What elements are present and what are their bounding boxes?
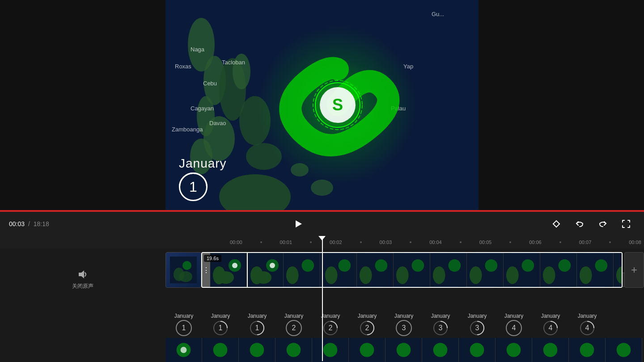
playhead-top [318,236,326,240]
ruler-dot-0 [260,241,262,243]
svg-point-44 [412,259,424,272]
left-panel [0,0,165,210]
tick-label-5: 00:05 [478,240,494,245]
ruler-dot-2 [360,241,362,243]
tl-month-8: January [468,313,487,319]
svg-point-47 [449,259,461,272]
play-icon [294,219,303,228]
hurricane-spiral: S [275,42,400,168]
play-button[interactable] [289,215,307,233]
svg-point-22 [182,261,191,270]
svg-point-46 [433,266,445,284]
svg-text:S: S [332,96,343,114]
thumb-9 [459,338,496,362]
svg-marker-16 [296,220,302,227]
tl-day-arc-11: 4 [579,320,595,336]
tl-day-arc-2: 1 [249,320,265,336]
clip-frame-9 [504,253,540,287]
hurricane-svg: S [275,42,400,168]
diamond-button[interactable] [547,215,565,233]
add-clip-button[interactable]: + [624,252,644,288]
total-time: 18:18 [34,220,49,227]
frame-map-2 [248,253,283,287]
tl-month-6: January [394,313,414,319]
svg-marker-18 [79,270,84,278]
tl-day-num-2: 1 [255,324,259,332]
tl-item-jan1-arc2: January 1 [239,313,275,336]
svg-point-50 [485,259,498,272]
svg-point-75 [213,343,228,357]
tick-label-0: 00:00 [228,240,244,245]
playhead-line [322,236,323,361]
label-naga: Naga [191,46,204,53]
ruler-dot-4 [460,241,462,243]
undo-button[interactable] [571,215,589,233]
svg-point-30 [255,271,271,284]
tl-item-jan4-arc2: January 4 [569,313,606,336]
tl-day-num-5: 2 [365,324,369,332]
fullscreen-icon [622,219,631,228]
thumb-6 [349,338,386,362]
thumb-8 [422,338,459,362]
clip-frame-12 [614,253,622,287]
tl-month-0: January [174,313,194,319]
tl-day-num-7: 3 [439,324,443,332]
fullscreen-button[interactable] [617,215,635,233]
clip-frame-10 [540,253,577,287]
clip-frame-7 [430,253,467,287]
svg-point-85 [397,343,411,357]
tl-day-num-8: 3 [475,324,479,332]
tl-day-num-4: 2 [329,324,333,332]
svg-point-49 [470,266,482,284]
clip-strip: 19.6s ⋮ [165,252,644,288]
label-tacloban: Tacloban [222,59,245,66]
controls-right [547,215,635,233]
svg-point-32 [270,263,275,268]
svg-point-55 [543,266,555,284]
tl-day-arc-8: 3 [469,320,485,336]
label-davao: Davao [209,120,226,126]
tick-label-8: 00:08 [627,240,643,245]
tick-label-7: 00:07 [577,240,593,245]
svg-point-95 [580,343,594,357]
clip-main[interactable]: 19.6s ⋮ [201,252,623,288]
tl-day-num-0: 1 [182,324,186,332]
tl-day-arc-4: 2 [322,320,339,336]
thumb-2 [202,338,239,362]
track-left-controls: 关闭原声 设置封面 [0,248,165,311]
redo-icon [598,219,607,228]
svg-point-89 [470,343,484,357]
svg-point-79 [287,343,301,357]
thumb-1 [165,338,202,362]
right-panel [479,0,644,210]
svg-point-41 [375,259,388,272]
tl-item-jan3: January 3 [386,313,422,336]
ruler-tick-0: 00:00 [228,240,244,245]
tl-month-7: January [431,313,450,319]
svg-rect-17 [553,221,559,227]
svg-point-52 [506,266,519,284]
clip-frames [210,253,622,287]
svg-point-35 [302,259,314,272]
svg-point-97 [617,343,631,357]
ruler-inner: 00:00 00:01 00:02 00:03 00:04 00:05 00:0… [228,236,644,248]
thumb-4 [275,338,312,362]
ruler-dot-1 [310,241,312,243]
thumb-3 [239,338,275,362]
ruler-tick-6: 00:06 [527,240,543,245]
tl-day-circle-9: 4 [506,320,522,336]
diamond-icon [552,220,560,228]
svg-point-56 [559,259,571,272]
redo-button[interactable] [594,215,612,233]
thumb-7 [386,338,422,362]
controls-bar: 00:03 / 18:18 [0,212,644,236]
thumb-row [165,338,644,362]
clip-frame-5 [357,253,394,287]
tl-day-num-6: 3 [402,324,406,332]
tl-day-circle-6: 3 [396,320,412,336]
mute-label[interactable]: 关闭原声 [72,282,93,290]
clip-first[interactable] [165,252,201,288]
thumb-10 [496,338,532,362]
tl-item-jan1-arc: January 1 [202,313,239,336]
tl-day-circle-3: 2 [286,320,302,336]
